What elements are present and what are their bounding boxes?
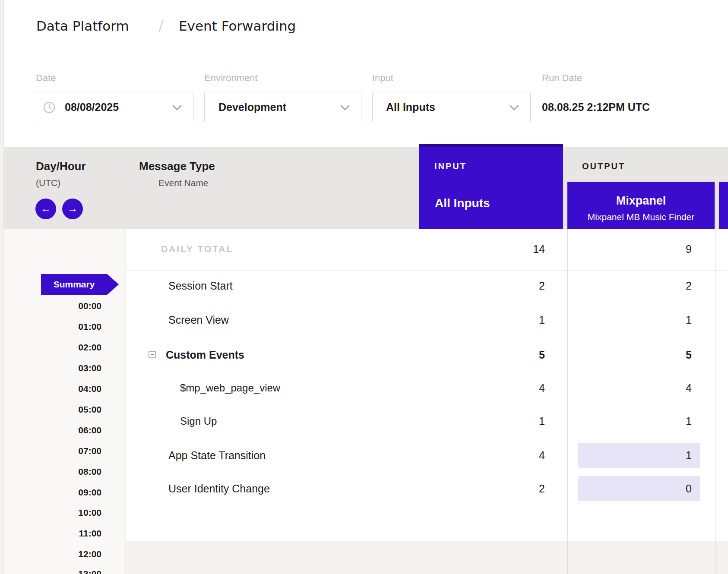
hour-item[interactable]: 11:00 — [4, 528, 101, 539]
summary-selector-arrow — [107, 274, 119, 295]
chevron-down-icon — [172, 104, 182, 112]
daily-total-output-count: 9 — [562, 242, 692, 256]
hour-item[interactable]: 08:00 — [4, 467, 101, 477]
row-input-count: 1 — [415, 414, 545, 429]
daily-total-input-count: 14 — [415, 242, 545, 256]
date-select[interactable]: 08/08/2025 — [36, 92, 193, 122]
environment-filter-label: Environment — [204, 73, 258, 84]
row-output-count: 5 — [562, 347, 692, 362]
date-value: 08/08/2025 — [65, 92, 119, 122]
hour-item[interactable]: 05:00 — [4, 404, 101, 415]
row-output-count: 0 — [578, 476, 700, 501]
summary-label: Summary — [41, 274, 107, 295]
hour-item[interactable]: 02:00 — [4, 342, 101, 353]
header-divider — [0, 61, 728, 61]
row-label: App State Transition — [168, 448, 266, 463]
row-output-count: 1 — [578, 443, 700, 468]
output-column-divider-2 — [715, 229, 715, 574]
row-output-count: 1 — [562, 414, 692, 429]
breadcrumb-separator: / — [151, 17, 171, 34]
rail-body-divider — [125, 229, 126, 574]
row-output-count: 1 — [562, 312, 692, 327]
date-filter-label: Date — [36, 73, 56, 84]
hour-item[interactable]: 09:00 — [4, 487, 101, 498]
input-eyebrow: INPUT — [434, 161, 467, 172]
output-eyebrow: OUTPUT — [582, 161, 625, 172]
left-gutter — [0, 0, 4, 574]
chevron-down-icon — [340, 104, 350, 112]
row-input-count: 2 — [415, 278, 545, 293]
daily-total-label: DAILY TOTAL — [161, 242, 234, 256]
hour-item[interactable]: 04:00 — [4, 384, 101, 394]
environment-value: Development — [218, 92, 286, 122]
header-column-divider — [125, 147, 125, 229]
page-title: Event Forwarding — [179, 17, 296, 35]
input-filter-label: Input — [372, 73, 393, 84]
row-output-count: 4 — [562, 381, 692, 395]
hour-item[interactable]: 06:00 — [4, 425, 101, 435]
input-column-header: INPUT All Inputs — [419, 144, 563, 229]
row-input-count: 1 — [415, 312, 545, 327]
mixpanel-column-header[interactable]: Mixpanel Mixpanel MB Music Finder — [567, 182, 715, 229]
highlighted-output-cell: 0 — [578, 476, 700, 501]
input-value: All Inputs — [386, 92, 435, 122]
message-type-column-title: Message Type — [139, 159, 215, 173]
breadcrumb-section[interactable]: Data Platform — [36, 17, 129, 35]
output-connector-subtitle: Mixpanel MB Music Finder — [567, 212, 715, 222]
row-input-count: 4 — [415, 448, 545, 463]
table-footer-band — [125, 541, 728, 574]
summary-selector[interactable]: Summary — [41, 274, 107, 295]
event-name-subtitle: Event Name — [158, 178, 209, 188]
previous-day-button[interactable]: ← — [35, 199, 56, 219]
daily-total-separator — [125, 271, 728, 271]
hour-item[interactable]: 01:00 — [4, 322, 101, 332]
hour-item[interactable]: 13:00 — [4, 569, 101, 574]
hour-item[interactable]: 07:00 — [4, 446, 101, 456]
input-select[interactable]: All Inputs — [372, 92, 531, 122]
row-input-count: 2 — [415, 481, 545, 496]
row-label: Screen View — [168, 312, 229, 327]
row-label: Session Start — [168, 278, 233, 293]
hour-item[interactable]: 12:00 — [4, 549, 101, 559]
row-input-count: 5 — [415, 347, 545, 362]
environment-select[interactable]: Development — [204, 92, 361, 122]
day-hour-column-title: Day/Hour — [36, 159, 86, 173]
event-forwarding-page: Data Platform / Event Forwarding Date 08… — [0, 0, 728, 574]
row-label-custom-events: Custom Events — [166, 347, 244, 362]
next-day-button[interactable]: → — [62, 199, 83, 219]
next-output-column-header-partial — [719, 182, 728, 229]
clock-icon — [43, 101, 56, 116]
row-input-count: 4 — [415, 381, 545, 395]
hour-item[interactable]: 10:00 — [4, 508, 101, 518]
row-label-child: Sign Up — [180, 414, 217, 429]
output-connector-name: Mixpanel — [567, 193, 715, 208]
input-header-name: All Inputs — [435, 196, 490, 211]
row-label-child: $mp_web_page_view — [180, 381, 280, 395]
highlighted-output-cell: 1 — [578, 443, 700, 468]
chevron-down-icon — [510, 104, 519, 112]
row-output-count: 2 — [562, 278, 692, 293]
hour-item[interactable]: 03:00 — [4, 363, 101, 373]
row-label: User Identity Change — [168, 481, 270, 496]
run-date-label: Run Date — [542, 73, 582, 84]
run-date-value: 08.08.25 2:12PM UTC — [542, 92, 650, 122]
day-hour-timezone: (UTC) — [36, 178, 60, 188]
hour-item[interactable]: 00:00 — [4, 301, 101, 311]
collapse-icon[interactable]: − — [149, 351, 156, 358]
